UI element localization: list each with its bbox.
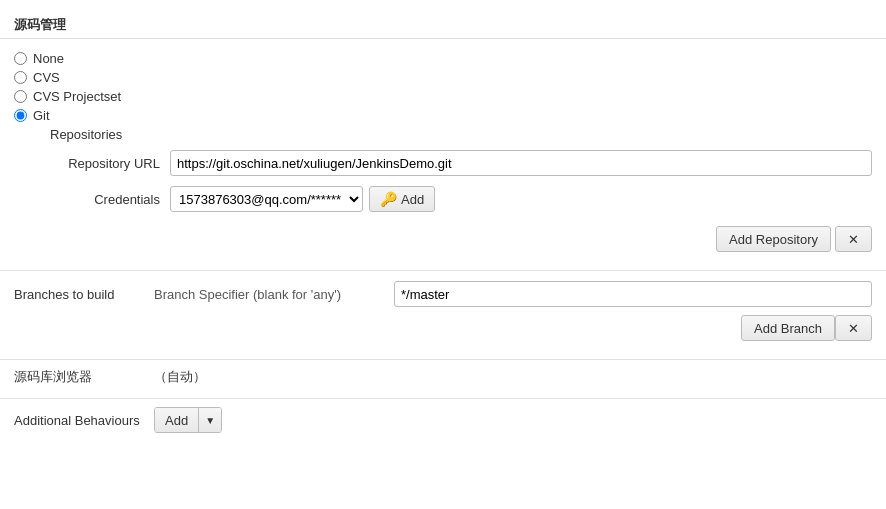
- branches-section: Branches to build Branch Specifier (blan…: [0, 275, 886, 355]
- add-credentials-label: Add: [401, 192, 424, 207]
- additional-behaviours-section: Additional Behaviours Add ▼: [0, 403, 886, 437]
- credentials-row: Credentials 1573876303@qq.com/****** 🔑 A…: [50, 186, 872, 212]
- repositories-label: Repositories: [50, 127, 872, 142]
- repo-url-input[interactable]: [170, 150, 872, 176]
- radio-cvs: CVS: [14, 70, 872, 85]
- repo-url-row: Repository URL: [50, 150, 872, 176]
- radio-cvs-input[interactable]: [14, 71, 27, 84]
- add-behaviour-arrow-button[interactable]: ▼: [199, 408, 221, 432]
- radio-none: None: [14, 51, 872, 66]
- section-title: 源码管理: [0, 10, 886, 39]
- radio-cvs-label[interactable]: CVS: [33, 70, 60, 85]
- delete-repository-button[interactable]: ✕: [835, 226, 872, 252]
- additional-behaviours-label: Additional Behaviours: [14, 413, 154, 428]
- add-branch-button[interactable]: Add Branch: [741, 315, 835, 341]
- add-behaviour-split-button: Add ▼: [154, 407, 222, 433]
- scm-config-page: 源码管理 None CVS CVS Projectset Git Reposit…: [0, 0, 886, 509]
- credentials-label: Credentials: [50, 192, 170, 207]
- radio-cvs-projectset-input[interactable]: [14, 90, 27, 103]
- key-icon: 🔑: [380, 191, 397, 207]
- add-repository-button[interactable]: Add Repository: [716, 226, 831, 252]
- divider-1: [0, 270, 886, 271]
- repo-action-buttons: Add Repository ✕: [50, 222, 872, 262]
- radio-none-label[interactable]: None: [33, 51, 64, 66]
- git-section: Repositories Repository URL Credentials …: [28, 127, 872, 262]
- add-behaviour-main-button[interactable]: Add: [155, 408, 199, 432]
- add-credentials-button[interactable]: 🔑 Add: [369, 186, 435, 212]
- branch-specifier-row: Branch Specifier (blank for 'any'): [154, 281, 872, 307]
- source-browser-label: 源码库浏览器: [14, 368, 154, 386]
- radio-none-input[interactable]: [14, 52, 27, 65]
- credentials-select[interactable]: 1573876303@qq.com/******: [170, 186, 363, 212]
- source-browser-value: （自动）: [154, 368, 206, 386]
- branch-specifier-input[interactable]: [394, 281, 872, 307]
- radio-cvs-projectset-label[interactable]: CVS Projectset: [33, 89, 121, 104]
- branches-row: Branches to build Branch Specifier (blan…: [14, 281, 872, 307]
- radio-git-input[interactable]: [14, 109, 27, 122]
- radio-cvs-projectset: CVS Projectset: [14, 89, 872, 104]
- branch-specifier-label: Branch Specifier (blank for 'any'): [154, 287, 394, 302]
- source-browser-section: 源码库浏览器 （自动）: [0, 364, 886, 390]
- credentials-controls: 1573876303@qq.com/****** 🔑 Add: [170, 186, 435, 212]
- branches-label: Branches to build: [14, 287, 154, 302]
- scm-options: None CVS CVS Projectset Git Repositories…: [0, 47, 886, 266]
- branch-btn-row: Add Branch ✕: [14, 315, 872, 349]
- divider-2: [0, 359, 886, 360]
- radio-git: Git: [14, 108, 872, 123]
- delete-branch-button[interactable]: ✕: [835, 315, 872, 341]
- divider-3: [0, 398, 886, 399]
- repo-url-label: Repository URL: [50, 156, 170, 171]
- radio-git-label[interactable]: Git: [33, 108, 50, 123]
